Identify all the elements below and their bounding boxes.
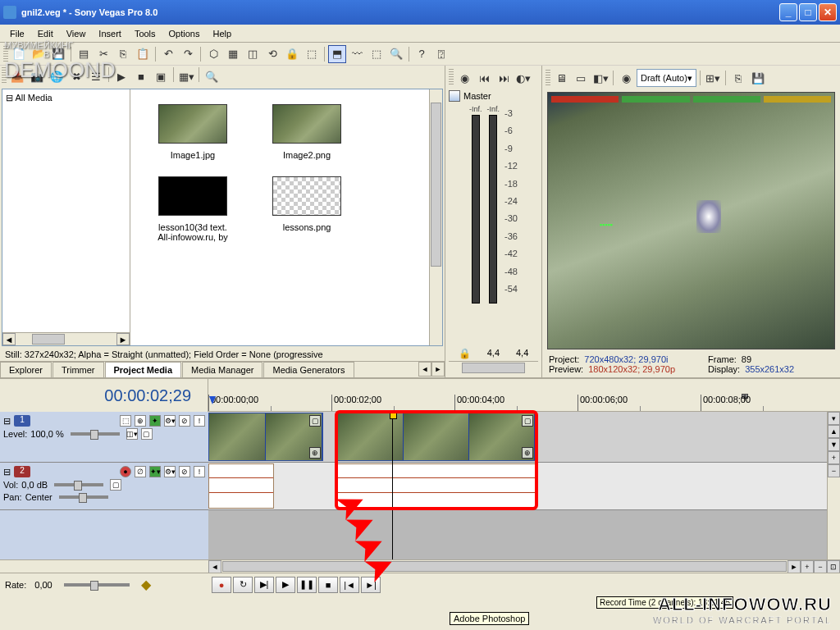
maximize-button[interactable]: □ [799, 3, 817, 21]
fader-right[interactable] [489, 115, 497, 304]
auto-preview-icon[interactable]: ▣ [152, 67, 170, 85]
play-icon[interactable]: ▶ [112, 67, 130, 85]
automation-icon[interactable]: ⚙▾ [164, 415, 176, 427]
play-from-start-button[interactable]: ▶| [254, 577, 274, 593]
media-item[interactable]: lesson10(3d text. All-infowow.ru, by [144, 176, 242, 242]
go-to-start-button[interactable]: |◄ [340, 577, 359, 593]
track-fx-icon[interactable]: ✦ [149, 415, 161, 427]
solo-icon[interactable]: ! [194, 466, 205, 477]
menu-options[interactable]: Options [162, 27, 207, 40]
tab-scroll-left[interactable]: ◄ [418, 362, 431, 377]
track-collapse-icon[interactable]: ⊟ [3, 467, 11, 477]
media-item[interactable]: Image1.jpg [144, 104, 242, 160]
level-slider[interactable] [71, 432, 120, 436]
lock-envelope-icon[interactable]: 🔒 [283, 45, 301, 63]
zoom-in-height-icon[interactable]: + [828, 451, 840, 464]
tab-media-manager[interactable]: Media Manager [182, 362, 262, 377]
menu-file[interactable]: File [3, 27, 31, 40]
track-collapse-icon[interactable]: ⊟ [3, 416, 11, 427]
help-icon[interactable]: ? [413, 45, 431, 63]
views-icon[interactable]: ▦▾ [177, 67, 195, 85]
event-fx-icon[interactable]: ▢ [309, 415, 321, 427]
touch-icon[interactable]: ▢ [110, 479, 121, 491]
vertical-scrollbar[interactable] [429, 89, 442, 345]
save-icon[interactable]: 💾 [49, 45, 67, 63]
vertical-scrollbar[interactable]: ▾ ▲ ▼ + − [827, 412, 840, 559]
track-motion-icon[interactable]: ⊕ [135, 415, 146, 427]
copy-snapshot-icon[interactable]: ⎘ [729, 69, 747, 87]
audio-clip[interactable] [208, 463, 274, 509]
context-help-icon[interactable]: ⍰ [432, 45, 450, 63]
bypass-fx-icon[interactable]: ⬚ [120, 415, 131, 427]
video-track-header[interactable]: ⊟ 1 ⬚ ⊕ ✦ ⚙▾ ⊘ ! Level: 100,0 % ◫▾ ▢ [0, 412, 208, 463]
media-item[interactable]: lessons.png [258, 176, 356, 232]
save-snapshot-icon[interactable]: 💾 [749, 69, 767, 87]
redo-icon[interactable]: ↷ [179, 45, 197, 63]
mixer-scrollbar[interactable] [449, 361, 538, 374]
normal-edit-icon[interactable]: ⬒ [328, 45, 346, 63]
invert-phase-icon[interactable]: ∅ [135, 466, 146, 477]
pan-slider[interactable] [59, 495, 108, 499]
zoom-fit-icon[interactable]: ⊡ [827, 560, 840, 573]
marker-dropdown-icon[interactable]: ▾ [828, 412, 840, 425]
timeline-content[interactable]: ▢ ⊕ ▢ ⊕ ▾ [208, 412, 840, 559]
menu-edit[interactable]: Edit [31, 27, 60, 40]
mute-icon[interactable]: ⊘ [179, 415, 190, 427]
open-icon[interactable]: 📂 [30, 45, 48, 63]
media-tree-root[interactable]: All Media [15, 93, 52, 103]
tab-media-generators[interactable]: Media Generators [263, 362, 354, 377]
new-icon[interactable]: 📄 [10, 45, 28, 63]
scroll-up-icon[interactable]: ▲ [828, 425, 840, 438]
stop-button[interactable]: ■ [318, 577, 338, 593]
properties-icon[interactable]: ▤ [75, 45, 93, 63]
zoom-tool-icon[interactable]: 🔍 [387, 45, 405, 63]
zoom-in-time-icon[interactable]: + [801, 560, 814, 573]
event-pan-crop-icon[interactable]: ⊕ [309, 447, 321, 459]
media-grid[interactable]: Image1.jpg Image2.png lesson10(3d text. … [130, 89, 442, 345]
arm-record-icon[interactable]: ● [120, 466, 131, 477]
get-media-icon[interactable]: 🌐 [48, 67, 66, 85]
automation-icon[interactable]: ⚙▾ [164, 466, 176, 477]
track-number[interactable]: 2 [14, 466, 30, 477]
snap-icon[interactable]: ⬡ [204, 45, 222, 63]
overlays-icon[interactable]: ⊞▾ [704, 69, 722, 87]
rate-scrubber[interactable] [64, 583, 130, 587]
ignore-group-icon[interactable]: ⬚ [303, 45, 321, 63]
close-button[interactable]: ✕ [819, 3, 837, 21]
dim-icon[interactable]: ◐▾ [514, 69, 532, 87]
import-icon[interactable]: 📥 [8, 67, 26, 85]
event-fx-icon[interactable]: ▢ [522, 415, 533, 427]
tab-project-media[interactable]: Project Media [105, 362, 182, 377]
prev-icon[interactable]: ⏮ [475, 69, 493, 87]
cursor-time-display[interactable]: 00:00:02;29 [0, 379, 208, 412]
compositing-icon[interactable]: ◫▾ [126, 428, 138, 440]
tab-explorer[interactable]: Explorer [0, 362, 52, 377]
menu-help[interactable]: Help [206, 27, 238, 40]
menu-tools[interactable]: Tools [128, 27, 162, 40]
pause-button[interactable]: ❚❚ [297, 577, 317, 593]
copy-icon[interactable]: ⎘ [114, 45, 132, 63]
capture-icon[interactable]: 📷 [28, 67, 46, 85]
toolbar-grip[interactable] [2, 67, 7, 84]
external-monitor-icon[interactable]: 🖥 [552, 69, 570, 87]
toolbar-grip[interactable] [546, 70, 550, 86]
cut-icon[interactable]: ✂ [94, 45, 112, 63]
minimize-button[interactable]: _ [779, 3, 797, 21]
volume-slider[interactable] [54, 483, 103, 486]
undo-icon[interactable]: ↶ [159, 45, 177, 63]
video-track-lane[interactable]: ▢ ⊕ ▢ ⊕ [208, 412, 840, 463]
video-clip[interactable]: ▢ ⊕ [208, 413, 323, 461]
toolbar-grip[interactable] [449, 69, 454, 85]
preview-video[interactable]: ▪▪▪▪▪ [547, 92, 835, 349]
play-button[interactable]: ▶ [276, 577, 295, 593]
zoom-out-time-icon[interactable]: − [814, 560, 827, 573]
empty-track-area[interactable] [208, 510, 840, 559]
playhead[interactable] [392, 412, 393, 559]
remove-icon[interactable]: ✖ [67, 67, 85, 85]
video-clip[interactable]: ▢ ⊕ [337, 413, 536, 461]
mute-icon[interactable]: ⊘ [179, 466, 190, 477]
auto-ripple-icon[interactable]: ▦ [224, 45, 242, 63]
preview-quality-dropdown[interactable]: Draft (Auto) ▾ [637, 69, 696, 87]
master-icon[interactable] [449, 90, 460, 102]
split-screen-icon[interactable]: ◧▾ [591, 69, 609, 87]
